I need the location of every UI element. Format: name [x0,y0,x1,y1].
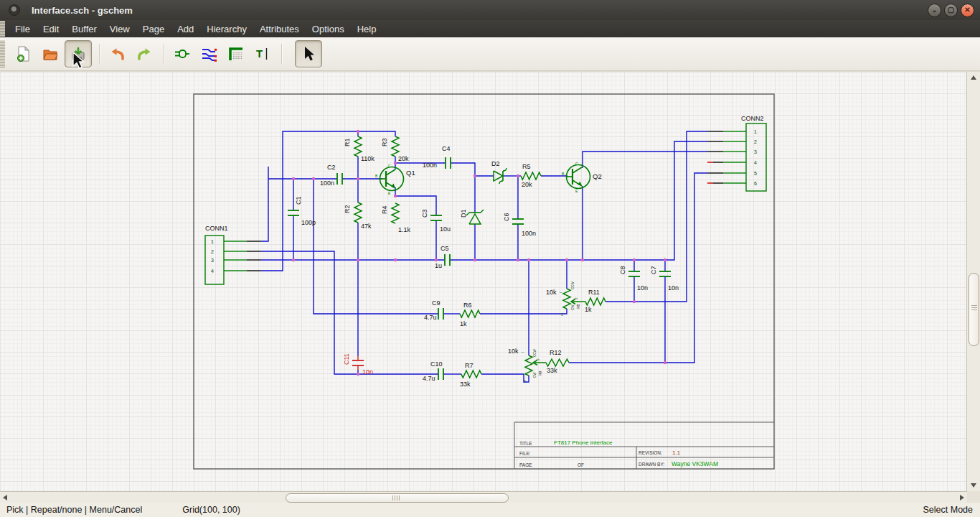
svg-text:10k: 10k [508,348,519,355]
maximize-button[interactable]: ▢ [944,4,958,17]
app-icon [9,4,20,16]
scroll-right-arrow[interactable] [960,495,964,500]
svg-text:–: – [560,290,562,294]
resistor-R4[interactable]: R41.1k [381,203,411,233]
horizontal-scrollbar[interactable] [0,491,967,503]
svg-text:10k: 10k [546,289,557,296]
scroll-down-arrow[interactable] [971,483,976,488]
menu-item-buffer[interactable]: Buffer [65,22,103,37]
new-document-button[interactable] [11,42,36,66]
redo-icon [136,45,153,62]
svg-text:33k: 33k [460,381,471,388]
connector-CONN1[interactable]: CONN11234 [205,225,261,284]
add-component-icon [174,45,191,62]
capacitor-C4[interactable]: C4100n [423,145,451,169]
connector-CONN2[interactable]: CONN2123456 [707,115,766,191]
add-bus-button[interactable] [223,42,248,66]
toolbar-grip[interactable] [0,40,5,68]
mouse-cursor [72,52,88,71]
schematic-drawing[interactable]: TITLEFT817 Phone interfaceFILE:REVISION:… [0,72,967,491]
svg-text:B: B [375,174,378,178]
svg-text:C6: C6 [503,213,510,221]
svg-text:3: 3 [211,258,214,263]
diode-D1[interactable]: D1 [460,209,484,224]
svg-text:2: 2 [575,297,578,299]
svg-text:DRAWN BY:: DRAWN BY: [639,462,664,467]
capacitor-C10[interactable]: C104.7u [423,360,443,382]
window-title: Interface.sch - gschem [32,5,133,16]
svg-text:T: T [256,47,263,60]
menu-item-attributes[interactable]: Attributes [253,22,306,37]
menu-item-hierarchy[interactable]: Hierarchy [200,22,253,37]
menu-item-view[interactable]: View [103,22,136,37]
vertical-scrollbar[interactable] [966,72,980,491]
resistor-R11[interactable]: R111k [585,289,606,313]
scroll-left-arrow[interactable] [3,495,7,500]
svg-text:1u: 1u [435,262,442,269]
svg-text:1: 1 [211,239,214,244]
status-grid: Grid(100, 100) [182,505,240,515]
svg-text:OF: OF [578,462,584,467]
undo-button[interactable] [105,42,130,66]
svg-text:R7: R7 [465,362,473,369]
svg-text:4.7u: 4.7u [423,375,435,382]
capacitor-C7[interactable]: C710n [650,266,679,292]
capacitor-C6[interactable]: C6100n [503,213,536,237]
svg-text:6: 6 [754,181,757,186]
capacitor-C2[interactable]: C2100n [320,164,342,187]
open-folder-button[interactable] [38,42,62,66]
capacitor-C8[interactable]: C810n [619,266,648,292]
resistor-R5[interactable]: R520k [521,163,541,188]
diode-D2[interactable]: D2 [491,160,507,184]
add-text-button[interactable]: T [250,42,274,66]
status-mode: Select Mode [923,505,973,515]
transistor-Q1[interactable]: Q1 [380,167,415,191]
menubar-grip[interactable] [0,21,5,37]
resistor-R7[interactable]: R733k [460,362,481,388]
svg-text:Wayne VK3WAM: Wayne VK3WAM [672,460,718,467]
vertical-scroll-thumb[interactable] [969,273,979,346]
svg-text:47k: 47k [361,223,372,230]
menu-item-add[interactable]: Add [171,22,200,37]
capacitor-C5[interactable]: C51u [435,245,450,269]
svg-text:CCW: CCW [533,349,537,357]
svg-text:R3: R3 [381,138,388,146]
svg-text:1k: 1k [460,320,467,327]
close-button[interactable]: ✕ [961,4,974,17]
svg-text:C3: C3 [421,209,428,218]
svg-text:R8: R8 [576,304,580,309]
minimize-button[interactable]: ⌄ [928,4,941,17]
svg-text:CONN1: CONN1 [205,225,228,232]
title-block[interactable]: TITLEFT817 Phone interfaceFILE:REVISION:… [514,422,774,469]
svg-text:CW: CW [571,304,575,310]
title-bar[interactable]: Interface.sch - gschem ⌄ ▢ ✕ [0,0,980,20]
menu-item-page[interactable]: Page [136,22,171,37]
toolbar: T [0,37,980,71]
menu-item-edit[interactable]: Edit [37,22,65,37]
capacitor-C9[interactable]: C94.7u [424,299,443,321]
svg-text:110k: 110k [361,155,374,162]
select-arrow-button[interactable] [295,40,322,67]
menu-item-options[interactable]: Options [306,22,351,37]
add-component-button[interactable] [170,42,194,66]
svg-text:C5: C5 [440,245,449,252]
menu-item-file[interactable]: File [9,22,37,37]
add-text-icon: T [253,45,270,62]
svg-text:4.7u: 4.7u [424,314,437,321]
status-middle-button-text: Pick | Repeat/none | Menu/Cancel [6,505,142,515]
resistor-R6[interactable]: R61k [460,302,480,327]
resistor-R12[interactable]: R1233k [546,349,569,374]
redo-button[interactable] [132,42,156,66]
schematic-canvas[interactable]: TITLEFT817 Phone interfaceFILE:REVISION:… [0,72,967,491]
menu-item-help[interactable]: Help [351,22,383,37]
transistor-Q2[interactable]: Q2 [567,165,602,189]
toolbar-separator [164,44,165,64]
toolbar-separator [281,44,283,64]
resistor-R1[interactable]: R1110k [344,136,374,162]
svg-text:R1: R1 [344,138,351,146]
scroll-up-arrow[interactable] [971,75,976,80]
add-net-button[interactable] [197,42,221,66]
horizontal-scroll-thumb[interactable] [286,493,509,503]
capacitor-C1[interactable]: C1100p [288,196,316,226]
svg-text:33k: 33k [547,367,557,374]
